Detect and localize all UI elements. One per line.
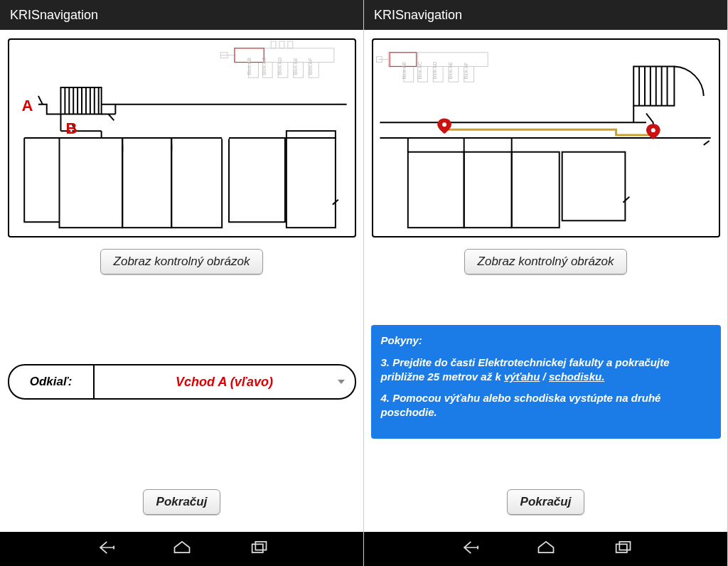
mini-block-ac: Blok AC bbox=[417, 62, 422, 79]
screen-right: KRISnavigation Blok AB Blok A bbox=[364, 0, 728, 566]
back-icon[interactable] bbox=[95, 538, 115, 560]
app-title: KRISnavigation bbox=[10, 8, 98, 23]
recent-apps-icon[interactable] bbox=[613, 538, 633, 560]
svg-rect-11 bbox=[287, 41, 292, 48]
show-control-image-button[interactable]: Zobraz kontrolný obrázok bbox=[464, 249, 628, 274]
svg-rect-80 bbox=[616, 544, 626, 552]
mini-block-ae: Blok AE bbox=[447, 62, 452, 79]
chevron-down-icon bbox=[338, 380, 345, 384]
instructions-title: Pokyny: bbox=[381, 333, 711, 348]
svg-rect-45 bbox=[255, 542, 266, 550]
svg-point-78 bbox=[442, 122, 446, 127]
from-selector[interactable]: Odkiaľ: Vchod A (vľavo) bbox=[8, 364, 356, 400]
continue-button[interactable]: Pokračuj bbox=[143, 489, 221, 515]
floor-map-right[interactable]: Blok AB Blok AC Blok AD Blok AE Blok AF bbox=[372, 38, 720, 237]
titlebar-right: KRISnavigation bbox=[364, 0, 727, 30]
back-icon[interactable] bbox=[459, 538, 479, 560]
svg-rect-72 bbox=[562, 152, 625, 221]
mini-block-af: Blok AF bbox=[463, 62, 468, 79]
svg-rect-1 bbox=[264, 48, 334, 63]
instructions-panel: Pokyny: 3. Prejdite do časti Elektrotech… bbox=[371, 325, 721, 438]
svg-rect-37 bbox=[171, 138, 222, 228]
route-path bbox=[444, 129, 653, 135]
svg-rect-81 bbox=[619, 542, 630, 550]
recent-apps-icon[interactable] bbox=[249, 538, 269, 560]
svg-rect-69 bbox=[407, 152, 464, 228]
svg-rect-10 bbox=[279, 41, 284, 48]
home-icon[interactable] bbox=[172, 538, 192, 560]
svg-rect-70 bbox=[464, 152, 511, 228]
svg-line-76 bbox=[623, 197, 629, 203]
titlebar-left: KRISnavigation bbox=[0, 0, 363, 30]
floor-map-left[interactable]: A B bbox=[8, 38, 356, 237]
svg-point-79 bbox=[651, 128, 655, 132]
mini-block-ab: Blok AB bbox=[246, 58, 251, 75]
midzone-right: Pokyny: 3. Prejdite do časti Elektrotech… bbox=[364, 274, 727, 489]
continue-button[interactable]: Pokračuj bbox=[507, 489, 585, 515]
stairs-link[interactable]: schodisku. bbox=[549, 370, 604, 383]
app-title: KRISnavigation bbox=[374, 8, 462, 23]
svg-rect-71 bbox=[511, 152, 559, 228]
mini-block-af: Blok AF bbox=[308, 58, 313, 75]
svg-rect-9 bbox=[271, 41, 276, 48]
svg-line-23 bbox=[38, 96, 42, 105]
mini-block-ad: Blok AD bbox=[277, 58, 282, 75]
midzone-left: Odkiaľ: Vchod A (vľavo) bbox=[0, 274, 363, 489]
svg-rect-38 bbox=[229, 138, 285, 222]
svg-rect-36 bbox=[122, 138, 171, 228]
mini-block-ac: Blok AC bbox=[262, 58, 267, 75]
elevator-link[interactable]: výťahu bbox=[504, 370, 540, 383]
android-navbar-left bbox=[0, 532, 363, 566]
content-right: Blok AB Blok AC Blok AD Blok AE Blok AF bbox=[364, 30, 727, 532]
svg-line-77 bbox=[703, 141, 709, 145]
instruction-step-4: 4. Pomocou výťahu alebo schodiska vystúp… bbox=[381, 391, 711, 420]
svg-rect-35 bbox=[59, 138, 122, 228]
floor-plan-svg-right: Blok AB Blok AC Blok AD Blok AE Blok AF bbox=[373, 40, 719, 236]
instruction-step-3: 3. Prejdite do časti Elektrotechnickej f… bbox=[381, 356, 711, 385]
android-navbar-right bbox=[364, 532, 727, 566]
svg-rect-44 bbox=[252, 544, 262, 552]
from-selector-value[interactable]: Vchod A (vľavo) bbox=[95, 365, 355, 398]
svg-line-68 bbox=[646, 114, 653, 123]
floor-plan-svg-left: Blok AB Blok AC Blok AD Blok AE Blok AF bbox=[9, 40, 355, 236]
show-control-image-button[interactable]: Zobraz kontrolný obrázok bbox=[100, 249, 264, 274]
mini-block-ab: Blok AB bbox=[401, 62, 406, 79]
screen-left: KRISnavigation A B bbox=[0, 0, 364, 566]
home-icon[interactable] bbox=[536, 538, 556, 560]
entrance-marker-b: B bbox=[66, 119, 77, 138]
route-end-pin bbox=[646, 124, 660, 139]
route-start-pin bbox=[437, 118, 451, 134]
svg-line-32 bbox=[108, 114, 114, 120]
content-left: A B bbox=[0, 30, 363, 532]
from-selector-label: Odkiaľ: bbox=[9, 365, 95, 398]
entrance-marker-a: A bbox=[22, 97, 33, 115]
svg-rect-39 bbox=[286, 131, 335, 228]
mini-block-ae: Blok AE bbox=[292, 58, 297, 75]
mini-block-ad: Blok AD bbox=[432, 62, 437, 79]
